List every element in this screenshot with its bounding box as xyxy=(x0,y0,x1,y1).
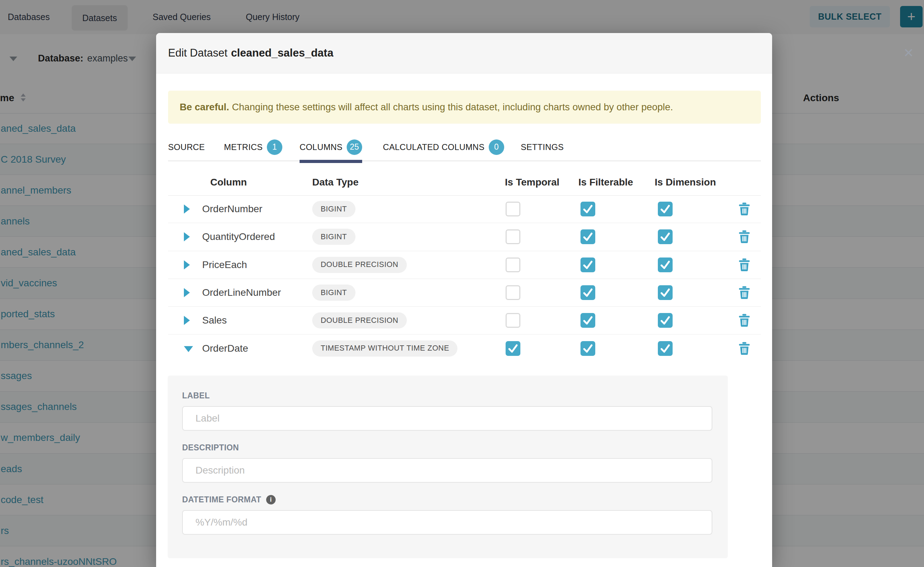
data-type-pill: BIGINT xyxy=(312,285,355,301)
is-temporal-checkbox-unchecked[interactable] xyxy=(506,285,521,300)
is-filterable-header: Is Filterable xyxy=(578,177,633,188)
data-type-pill: DOUBLE PRECISION xyxy=(312,257,407,273)
column-header: Column xyxy=(210,177,247,188)
info-icon[interactable]: i xyxy=(266,495,275,504)
column-row-OrderLineNumber: OrderLineNumberBIGINT xyxy=(168,279,761,307)
column-name: OrderNumber xyxy=(202,203,262,214)
close-icon[interactable]: ✕ xyxy=(898,33,919,73)
is-filterable-checkbox-checked[interactable] xyxy=(581,258,595,272)
label-input[interactable] xyxy=(182,406,712,431)
column-name: Sales xyxy=(202,315,227,326)
delete-column-icon[interactable] xyxy=(738,286,750,299)
columns-table-header: Column Data Type Is Temporal Is Filterab… xyxy=(168,174,761,196)
tab-source[interactable]: SOURCE xyxy=(168,134,205,160)
tab-label: SETTINGS xyxy=(521,142,564,152)
column-name: PriceEach xyxy=(202,259,247,270)
is-dimension-checkbox-checked[interactable] xyxy=(658,341,673,356)
tab-settings[interactable]: SETTINGS xyxy=(521,134,564,160)
collapse-caret-icon[interactable] xyxy=(184,346,193,352)
column-row-PriceEach: PriceEachDOUBLE PRECISION xyxy=(168,251,761,279)
expand-caret-icon[interactable] xyxy=(184,316,190,325)
is-filterable-checkbox-checked[interactable] xyxy=(581,230,595,244)
is-temporal-header: Is Temporal xyxy=(505,177,560,188)
description-field-label: DESCRIPTION xyxy=(182,443,239,453)
is-temporal-checkbox-unchecked[interactable] xyxy=(506,313,521,328)
expand-caret-icon[interactable] xyxy=(184,288,190,297)
data-type-pill: BIGINT xyxy=(312,229,355,245)
is-temporal-checkbox-checked[interactable] xyxy=(506,341,521,356)
column-row-OrderDate: OrderDateTIMESTAMP WITHOUT TIME ZONE xyxy=(168,334,761,362)
description-field-label-text: DESCRIPTION xyxy=(182,443,239,453)
is-dimension-checkbox-checked[interactable] xyxy=(658,258,673,272)
datetime-format-field-label: DATETIME FORMAT i xyxy=(182,495,275,504)
is-dimension-checkbox-checked[interactable] xyxy=(658,202,673,216)
tab-count-badge: 0 xyxy=(489,140,504,155)
data-type-header: Data Type xyxy=(312,177,359,188)
description-input[interactable] xyxy=(182,458,712,483)
data-type-pill: DOUBLE PRECISION xyxy=(312,312,407,328)
is-filterable-checkbox-checked[interactable] xyxy=(581,285,595,300)
warning-banner: Be careful. Changing these settings will… xyxy=(168,91,761,124)
tab-label: METRICS xyxy=(224,142,263,152)
data-type-pill: BIGINT xyxy=(312,201,355,217)
expand-caret-icon[interactable] xyxy=(184,260,190,270)
column-row-OrderNumber: OrderNumberBIGINT xyxy=(168,195,761,223)
tab-label: SOURCE xyxy=(168,142,205,152)
delete-column-icon[interactable] xyxy=(738,230,750,243)
expand-caret-icon[interactable] xyxy=(184,232,190,242)
label-field-label-text: LABEL xyxy=(182,391,210,400)
is-temporal-checkbox-unchecked[interactable] xyxy=(506,202,521,216)
data-type-pill: TIMESTAMP WITHOUT TIME ZONE xyxy=(312,340,457,357)
is-filterable-checkbox-checked[interactable] xyxy=(581,313,595,328)
is-dimension-checkbox-checked[interactable] xyxy=(658,313,673,328)
column-name: QuantityOrdered xyxy=(202,231,275,242)
expand-caret-icon[interactable] xyxy=(184,204,190,214)
delete-column-icon[interactable] xyxy=(738,342,750,355)
column-detail-editor: LABEL DESCRIPTION DATETIME FORMAT i xyxy=(168,375,728,558)
warning-text: Changing these settings will affect all … xyxy=(232,102,673,113)
column-name: OrderLineNumber xyxy=(202,287,281,298)
tab-count-badge: 1 xyxy=(267,140,282,155)
is-temporal-checkbox-unchecked[interactable] xyxy=(506,230,521,244)
tab-calculated-columns[interactable]: CALCULATED COLUMNS0 xyxy=(383,134,504,160)
tab-metrics[interactable]: METRICS1 xyxy=(224,134,282,160)
modal-title-prefix: Edit Dataset xyxy=(168,47,227,59)
delete-column-icon[interactable] xyxy=(738,258,750,272)
is-filterable-checkbox-checked[interactable] xyxy=(581,202,595,216)
is-dimension-header: Is Dimension xyxy=(655,177,716,188)
delete-column-icon[interactable] xyxy=(738,314,750,327)
is-dimension-checkbox-checked[interactable] xyxy=(658,230,673,244)
warning-bold-text: Be careful. xyxy=(180,102,229,113)
tab-count-badge: 25 xyxy=(347,140,362,155)
datetime-format-input[interactable] xyxy=(182,510,712,535)
tab-label: COLUMNS xyxy=(299,142,342,152)
label-field-label: LABEL xyxy=(182,391,210,400)
modal-tabs: SOURCEMETRICS1COLUMNS25CALCULATED COLUMN… xyxy=(168,134,761,161)
tab-label: CALCULATED COLUMNS xyxy=(383,142,485,152)
modal-title-dataset-name: cleaned_sales_data xyxy=(231,47,333,59)
is-temporal-checkbox-unchecked[interactable] xyxy=(506,258,521,272)
is-filterable-checkbox-checked[interactable] xyxy=(581,341,595,356)
column-name: OrderDate xyxy=(202,343,248,354)
delete-column-icon[interactable] xyxy=(738,202,750,216)
tab-columns[interactable]: COLUMNS25 xyxy=(299,134,362,160)
modal-title: Edit Dataset cleaned_sales_data xyxy=(168,33,333,73)
is-dimension-checkbox-checked[interactable] xyxy=(658,285,673,300)
column-row-QuantityOrdered: QuantityOrderedBIGINT xyxy=(168,223,761,251)
columns-table-rows: OrderNumberBIGINTQuantityOrderedBIGINTPr… xyxy=(168,195,761,362)
column-row-Sales: SalesDOUBLE PRECISION xyxy=(168,307,761,334)
edit-dataset-modal: Edit Dataset cleaned_sales_data ✕ Be car… xyxy=(156,33,772,567)
datetime-format-label-text: DATETIME FORMAT xyxy=(182,495,261,504)
modal-header: Edit Dataset cleaned_sales_data ✕ xyxy=(156,33,772,74)
